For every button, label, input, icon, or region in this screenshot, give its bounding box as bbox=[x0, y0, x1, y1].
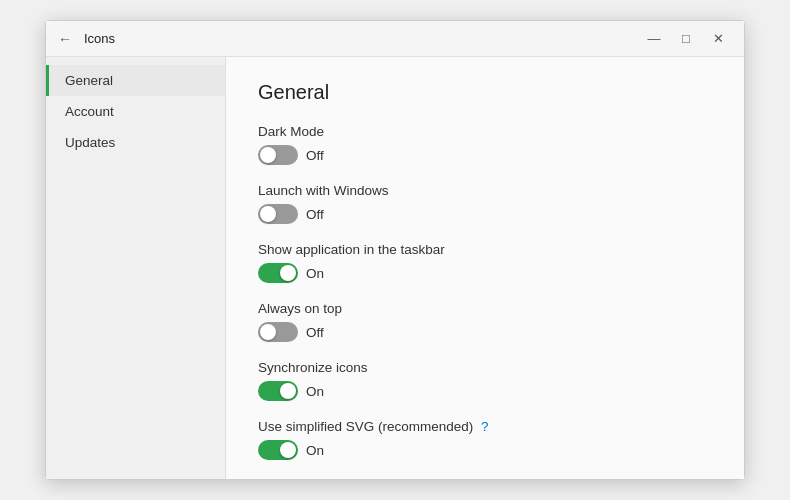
setting-launch-windows: Launch with Windows Off bbox=[258, 183, 712, 224]
simplified-svg-toggle[interactable] bbox=[258, 440, 298, 460]
setting-show-taskbar: Show application in the taskbar On bbox=[258, 242, 712, 283]
simplified-svg-knob bbox=[280, 442, 296, 458]
close-button[interactable]: ✕ bbox=[704, 27, 732, 51]
page-title: General bbox=[258, 81, 712, 104]
show-taskbar-knob bbox=[280, 265, 296, 281]
title-bar-left: ← Icons bbox=[58, 31, 115, 47]
back-arrow-icon[interactable]: ← bbox=[58, 31, 72, 47]
show-taskbar-status: On bbox=[306, 266, 324, 281]
sync-icons-row: On bbox=[258, 381, 712, 401]
setting-always-on-top: Always on top Off bbox=[258, 301, 712, 342]
sync-icons-label: Synchronize icons bbox=[258, 360, 712, 375]
always-on-top-status: Off bbox=[306, 325, 324, 340]
always-on-top-row: Off bbox=[258, 322, 712, 342]
settings-window: ← Icons — □ ✕ General Account Updates Ge… bbox=[45, 20, 745, 480]
launch-windows-label: Launch with Windows bbox=[258, 183, 712, 198]
window-title: Icons bbox=[84, 31, 115, 46]
launch-windows-knob bbox=[260, 206, 276, 222]
show-taskbar-toggle[interactable] bbox=[258, 263, 298, 283]
sync-icons-knob bbox=[280, 383, 296, 399]
simplified-svg-help-link[interactable]: ? bbox=[481, 419, 489, 434]
launch-windows-status: Off bbox=[306, 207, 324, 222]
simplified-svg-label: Use simplified SVG (recommended) ? bbox=[258, 419, 712, 434]
window-controls: — □ ✕ bbox=[640, 27, 732, 51]
sidebar-item-general[interactable]: General bbox=[46, 65, 225, 96]
simplified-svg-row: On bbox=[258, 440, 712, 460]
show-taskbar-label: Show application in the taskbar bbox=[258, 242, 712, 257]
dark-mode-label: Dark Mode bbox=[258, 124, 712, 139]
always-on-top-knob bbox=[260, 324, 276, 340]
setting-sync-icons: Synchronize icons On bbox=[258, 360, 712, 401]
simplified-svg-status: On bbox=[306, 443, 324, 458]
launch-windows-toggle[interactable] bbox=[258, 204, 298, 224]
setting-dark-mode: Dark Mode Off bbox=[258, 124, 712, 165]
sidebar-item-account[interactable]: Account bbox=[46, 96, 225, 127]
content-area: General Account Updates General Dark Mod… bbox=[46, 57, 744, 479]
title-bar: ← Icons — □ ✕ bbox=[46, 21, 744, 57]
setting-simplified-svg: Use simplified SVG (recommended) ? On bbox=[258, 419, 712, 460]
show-taskbar-row: On bbox=[258, 263, 712, 283]
dark-mode-status: Off bbox=[306, 148, 324, 163]
main-content: General Dark Mode Off Launch with Window… bbox=[226, 57, 744, 479]
always-on-top-toggle[interactable] bbox=[258, 322, 298, 342]
sync-icons-toggle[interactable] bbox=[258, 381, 298, 401]
minimize-button[interactable]: — bbox=[640, 27, 668, 51]
maximize-button[interactable]: □ bbox=[672, 27, 700, 51]
launch-windows-row: Off bbox=[258, 204, 712, 224]
dark-mode-knob bbox=[260, 147, 276, 163]
dark-mode-row: Off bbox=[258, 145, 712, 165]
sidebar: General Account Updates bbox=[46, 57, 226, 479]
always-on-top-label: Always on top bbox=[258, 301, 712, 316]
dark-mode-toggle[interactable] bbox=[258, 145, 298, 165]
sync-icons-status: On bbox=[306, 384, 324, 399]
sidebar-item-updates[interactable]: Updates bbox=[46, 127, 225, 158]
